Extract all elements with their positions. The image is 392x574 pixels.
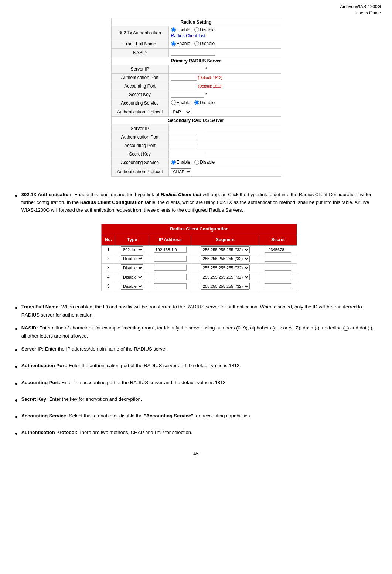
label-primary-secret: Secret Key bbox=[111, 90, 168, 99]
radius-client-list-link[interactable]: Radius Client List bbox=[171, 33, 205, 38]
secondary-secret-input[interactable] bbox=[171, 151, 204, 157]
primary-auth-proto-select[interactable]: PAP CHAP bbox=[171, 109, 191, 115]
client-row-3-no: 3 bbox=[102, 264, 115, 273]
bullet-dot-7: • bbox=[15, 394, 18, 407]
client-row-1-secret-input[interactable] bbox=[265, 247, 291, 253]
bullet-dot-3: • bbox=[15, 322, 18, 335]
bullet-dot-8: • bbox=[15, 410, 18, 423]
client-row-4-segment-select[interactable]: 255.255.255.255 (/32) bbox=[201, 274, 250, 280]
bullet-dot-4: • bbox=[15, 344, 18, 356]
client-row-1-type-select[interactable]: 802.1x Disable bbox=[121, 246, 143, 253]
client-row-5-secret bbox=[259, 282, 297, 291]
radio-trans-enable[interactable]: Enable bbox=[171, 41, 190, 46]
radio-primary-acct-disable[interactable]: Disable bbox=[194, 100, 215, 105]
client-row-1-segment: 255.255.255.255 (/32) bbox=[191, 245, 259, 254]
cell-primary-server-ip: * bbox=[168, 65, 281, 73]
col-header-ip: IP Address bbox=[149, 235, 191, 245]
client-row-4-type-select[interactable]: 802.1x Disable bbox=[121, 274, 143, 280]
client-row-4-segment: 255.255.255.255 (/32) bbox=[191, 273, 259, 282]
bullet-item-trans-full: • Trans Full Name: When enabled, the ID … bbox=[15, 303, 377, 319]
client-row-5-ip-input[interactable] bbox=[154, 283, 187, 289]
primary-secret-input[interactable] bbox=[171, 92, 204, 98]
client-row-2-type: 802.1x Disable bbox=[115, 254, 149, 264]
bullet-dot-6: • bbox=[15, 377, 18, 390]
client-row-3-ip-input[interactable] bbox=[154, 265, 187, 271]
client-row-5-segment: 255.255.255.255 (/32) bbox=[191, 282, 259, 291]
cell-secondary-server-ip bbox=[168, 124, 281, 133]
primary-auth-port-hint: (Default: 1812) bbox=[198, 76, 222, 80]
bullet-item-secret-key: • Secret Key: Enter the key for encrypti… bbox=[15, 395, 377, 407]
label-primary-server-ip: Server IP bbox=[111, 65, 168, 73]
radius-client-config-table: Radius Client Configuration No. Type IP … bbox=[101, 224, 297, 291]
client-row-2-ip bbox=[149, 254, 191, 264]
secondary-radius-header: Secondary RADIUS Server bbox=[111, 117, 281, 124]
secondary-acct-port-input[interactable] bbox=[171, 143, 197, 148]
secondary-auth-port-input[interactable] bbox=[171, 134, 197, 140]
client-row-4-secret-input[interactable] bbox=[265, 274, 291, 280]
bullet-label-acct-port: Accounting Port: bbox=[21, 380, 60, 385]
radio-primary-acct-enable[interactable]: Enable bbox=[171, 100, 190, 105]
client-row-3-type-select[interactable]: 802.1x Disable bbox=[121, 264, 143, 271]
radio-group-primary-acct: Enable Disable bbox=[171, 100, 215, 105]
bullet-text-auth-port: Authentication Port: Enter the authentic… bbox=[21, 362, 377, 369]
client-row-5-ip bbox=[149, 282, 191, 291]
client-row-5-segment-select[interactable]: 255.255.255.255 (/32) bbox=[201, 283, 250, 290]
bullet-label-acct-service: Accounting Service: bbox=[21, 413, 68, 418]
bullet-text-acct-port-content: Enter the accounting port of the RADIUS … bbox=[62, 380, 227, 385]
client-row-2-segment: 255.255.255.255 (/32) bbox=[191, 254, 259, 264]
primary-auth-port-input[interactable] bbox=[171, 75, 197, 81]
bullet-text-auth-proto-content: There are two methods, CHAP and PAP for … bbox=[79, 430, 192, 435]
secondary-server-ip-input[interactable] bbox=[171, 126, 204, 131]
primary-acct-port-input[interactable] bbox=[171, 83, 197, 89]
radius-setting-title: Radius Setting bbox=[111, 18, 281, 26]
bullet-dot-9: • bbox=[15, 427, 18, 440]
label-secondary-secret: Secret Key bbox=[111, 150, 168, 158]
client-row-5-type-select[interactable]: 802.1x Disable bbox=[121, 283, 143, 290]
client-row-5-secret-input[interactable] bbox=[265, 283, 291, 289]
bullet-text-acct-service: Accounting Service: Select this to enabl… bbox=[21, 412, 377, 420]
header-line1: AirLive WIAS-1200G bbox=[340, 4, 381, 9]
radio-802x-disable[interactable]: Disable bbox=[194, 27, 215, 33]
bullet-text-802x: 802.1X Authentication: Enable this funct… bbox=[21, 191, 377, 298]
client-row-1-segment-select[interactable]: 255.255.255.255 (/32) bbox=[201, 246, 250, 253]
bullet-item-server-ip: • Server IP: Enter the IP address/domain… bbox=[15, 345, 377, 356]
bullet-label-auth-proto: Authentication Protocol: bbox=[21, 430, 78, 435]
client-row-1-no: 1 bbox=[102, 245, 115, 254]
radio-secondary-acct-disable[interactable]: Disable bbox=[194, 160, 215, 165]
secondary-auth-proto-select[interactable]: PAP CHAP bbox=[171, 168, 191, 175]
primary-acct-port-hint: (Default: 1813) bbox=[198, 84, 222, 88]
cell-primary-acct-port: (Default: 1813) bbox=[168, 82, 281, 90]
bullet-text-acct-service-2: for accounting capabilities. bbox=[195, 413, 251, 418]
bullet-text-auth-proto: Authentication Protocol: There are two m… bbox=[21, 428, 377, 436]
bullet-item-acct-port: • Accounting Port: Enter the accounting … bbox=[15, 379, 377, 390]
client-row-2-secret-input[interactable] bbox=[265, 256, 291, 262]
client-row-2-ip-input[interactable] bbox=[154, 256, 187, 262]
radio-802x-enable[interactable]: Enable bbox=[171, 27, 190, 33]
client-row-2-type-select[interactable]: 802.1x Disable bbox=[121, 255, 143, 262]
client-row-4-type: 802.1x Disable bbox=[115, 273, 149, 282]
client-row-3-secret-input[interactable] bbox=[265, 265, 291, 271]
client-row-5-type: 802.1x Disable bbox=[115, 282, 149, 291]
radius-setting-table: Radius Setting 802.1x Authentication Ena… bbox=[111, 18, 281, 177]
client-row-1-ip-input[interactable] bbox=[154, 247, 187, 253]
client-row-4-secret bbox=[259, 273, 297, 282]
client-row-4-ip-input[interactable] bbox=[154, 274, 187, 280]
nasid-input[interactable] bbox=[171, 50, 215, 56]
bullet-section: • 802.1X Authentication: Enable this fun… bbox=[11, 191, 381, 440]
bullet-item-auth-port: • Authentication Port: Enter the authent… bbox=[15, 362, 377, 373]
bullet-label-trans-full: Trans Full Name: bbox=[21, 304, 60, 310]
bullet-text-server-ip-content: Enter the IP address/domain name of the … bbox=[45, 346, 168, 352]
client-config-title: Radius Client Configuration bbox=[102, 224, 297, 235]
primary-server-ip-input[interactable] bbox=[171, 66, 204, 72]
cell-primary-secret: * bbox=[168, 90, 281, 99]
col-header-no: No. bbox=[102, 235, 115, 245]
radio-trans-disable[interactable]: Disable bbox=[194, 41, 215, 46]
bullet-dot-1: • bbox=[15, 189, 18, 202]
radio-secondary-acct-enable[interactable]: Enable bbox=[171, 160, 190, 165]
client-row-2-segment-select[interactable]: 255.255.255.255 (/32) bbox=[201, 255, 250, 262]
client-row-3-segment-select[interactable]: 255.255.255.255 (/32) bbox=[201, 264, 250, 271]
page-number: 45 bbox=[193, 451, 198, 457]
radio-group-trans-full: Enable Disable bbox=[171, 41, 215, 46]
bullet-italic-radius-client-list: Radius Client List bbox=[161, 192, 201, 197]
bullet-item-auth-proto: • Authentication Protocol: There are two… bbox=[15, 428, 377, 440]
